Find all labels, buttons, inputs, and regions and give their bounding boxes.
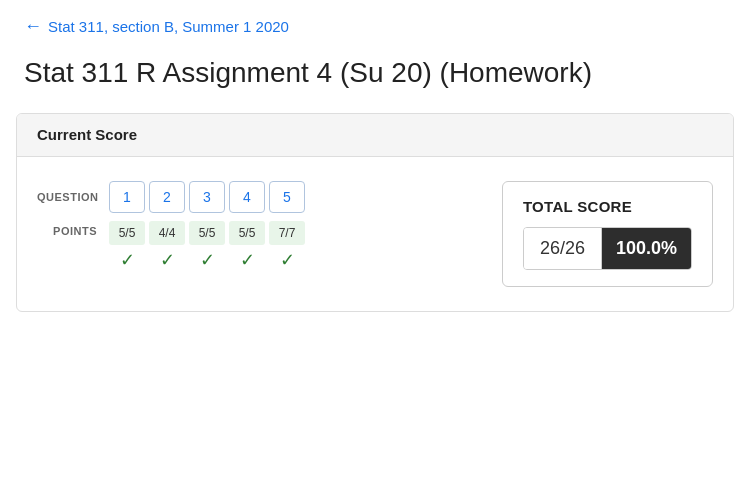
check-5: ✓ — [269, 249, 305, 271]
page-title: Stat 311 R Assignment 4 (Su 20) (Homewor… — [0, 45, 750, 113]
card-body: QUESTION 1 2 3 4 5 POINTS 5/5 4/4 5/5 — [17, 157, 733, 311]
check-3: ✓ — [189, 249, 225, 271]
q-cell-1: 1 — [109, 181, 145, 213]
p-cell-3: 5/5 — [189, 221, 225, 245]
q-cell-5: 5 — [269, 181, 305, 213]
q-cell-4: 4 — [229, 181, 265, 213]
top-nav: ← Stat 311, section B, Summer 1 2020 — [0, 0, 750, 45]
check-cells: ✓ ✓ ✓ ✓ ✓ — [109, 249, 305, 271]
breadcrumb[interactable]: Stat 311, section B, Summer 1 2020 — [48, 18, 289, 35]
card-header-title: Current Score — [37, 126, 137, 143]
question-cells: 1 2 3 4 5 — [109, 181, 305, 213]
q-cell-2: 2 — [149, 181, 185, 213]
score-percent: 100.0% — [602, 228, 691, 269]
questions-table: QUESTION 1 2 3 4 5 POINTS 5/5 4/4 5/5 — [37, 181, 470, 279]
question-row: QUESTION 1 2 3 4 5 — [37, 181, 470, 213]
p-cell-5: 7/7 — [269, 221, 305, 245]
total-score-box: TOTAL SCORE 26/26 100.0% — [502, 181, 713, 287]
check-1: ✓ — [109, 249, 145, 271]
p-cell-1: 5/5 — [109, 221, 145, 245]
total-score-label: TOTAL SCORE — [523, 198, 632, 215]
p-cell-4: 5/5 — [229, 221, 265, 245]
q-cell-3: 3 — [189, 181, 225, 213]
points-label: POINTS — [37, 221, 109, 237]
check-2: ✓ — [149, 249, 185, 271]
p-cell-2: 4/4 — [149, 221, 185, 245]
score-values: 26/26 100.0% — [523, 227, 692, 270]
points-row: POINTS 5/5 4/4 5/5 5/5 7/7 ✓ ✓ ✓ ✓ ✓ — [37, 221, 470, 271]
points-cells: 5/5 4/4 5/5 5/5 7/7 — [109, 221, 305, 245]
check-4: ✓ — [229, 249, 265, 271]
points-and-checks: 5/5 4/4 5/5 5/5 7/7 ✓ ✓ ✓ ✓ ✓ — [109, 221, 305, 271]
card-header: Current Score — [17, 114, 733, 157]
back-arrow-icon[interactable]: ← — [24, 16, 42, 37]
score-fraction: 26/26 — [524, 228, 602, 269]
question-label: QUESTION — [37, 191, 109, 203]
current-score-card: Current Score QUESTION 1 2 3 4 5 POINTS — [16, 113, 734, 312]
